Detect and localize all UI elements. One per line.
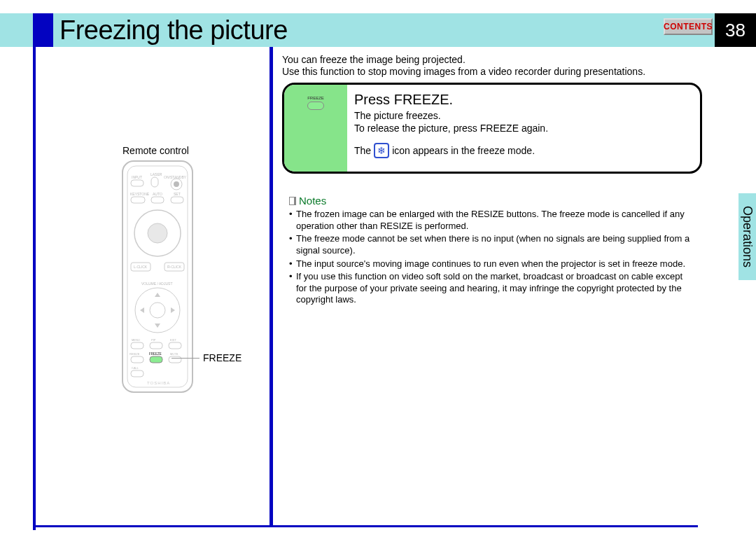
intro-text-1: You can freeze the image being projected…: [282, 54, 465, 65]
notes-item: The input source's moving image continue…: [289, 258, 695, 270]
svg-text:EXIT: EXIT: [170, 338, 176, 342]
remote-control-illustration: INPUT LASER ON/STANDBY KEYSTONE AUTO SET…: [119, 158, 196, 396]
mid-divider-bar: [270, 47, 273, 525]
svg-text:INPUT: INPUT: [132, 175, 142, 179]
notes-icon: [289, 197, 296, 205]
instruction-title: Press FREEZE.: [354, 92, 548, 108]
notes-item: The frozen image can be enlarged with th…: [289, 209, 695, 232]
svg-text:KEYSTONE: KEYSTONE: [130, 192, 150, 196]
svg-text:TOSHIBA: TOSHIBA: [147, 381, 170, 385]
header-accent-bar: [33, 13, 53, 47]
notes-list: The frozen image can be enlarged with th…: [289, 209, 695, 307]
svg-point-8: [174, 181, 179, 187]
instruction-button-panel: FREEZE: [284, 85, 347, 172]
svg-text:MENU: MENU: [132, 338, 140, 342]
svg-text:SET: SET: [174, 192, 181, 196]
svg-text:RESIZE: RESIZE: [130, 352, 140, 356]
page-header: Freezing the picture CONTENTS 38: [0, 13, 756, 47]
instruction-box: FREEZE Press FREEZE. The picture freezes…: [282, 83, 702, 174]
freeze-mode-icon: ❄: [374, 143, 389, 158]
freeze-button-icon: [307, 102, 324, 110]
contents-button[interactable]: CONTENTS: [664, 18, 713, 35]
svg-text:VOLUME / ADJUST: VOLUME / ADJUST: [141, 282, 172, 286]
notes-item: If you use this function on video soft s…: [289, 271, 695, 306]
svg-text:PIP: PIP: [151, 338, 156, 342]
icon-line-pre: The: [354, 145, 371, 156]
svg-text:L-CLICK: L-CLICK: [134, 265, 148, 269]
svg-text:R-CLICK: R-CLICK: [167, 265, 182, 269]
left-divider-bar: [33, 47, 36, 530]
svg-rect-33: [150, 356, 162, 363]
svg-text:CALL: CALL: [132, 366, 139, 370]
freeze-button-callout: FREEZE: [203, 352, 241, 363]
svg-text:AUTO: AUTO: [153, 192, 162, 196]
page-number: 38: [715, 13, 756, 47]
icon-line-post: icon appears in the freeze mode.: [392, 145, 535, 156]
instruction-icon-line: The ❄ icon appears in the freeze mode.: [354, 143, 548, 158]
intro-text-2: Use this function to stop moving images …: [282, 66, 645, 77]
svg-text:LASER: LASER: [150, 172, 162, 176]
notes-item: The freeze mode cannot be set when there…: [289, 233, 695, 256]
freeze-leader-line: [172, 358, 200, 359]
instruction-sub2: To release the picture, press FREEZE aga…: [354, 122, 548, 134]
notes-heading-text: Notes: [299, 195, 326, 207]
freeze-button-tiny-label: FREEZE: [307, 96, 324, 100]
section-tab-label: Operations: [740, 206, 755, 268]
instruction-texts: Press FREEZE. The picture freezes. To re…: [354, 92, 548, 158]
instruction-sub1: The picture freezes.: [354, 109, 548, 122]
notes-heading: Notes: [289, 195, 326, 207]
svg-text:FREEZE: FREEZE: [149, 352, 162, 356]
section-tab-operations[interactable]: Operations: [738, 193, 756, 280]
svg-text:MUTE: MUTE: [170, 352, 178, 356]
page-title: Freezing the picture: [59, 15, 288, 46]
svg-point-16: [148, 223, 167, 243]
remote-label: Remote control: [122, 145, 189, 156]
bottom-divider-bar: [33, 525, 698, 527]
